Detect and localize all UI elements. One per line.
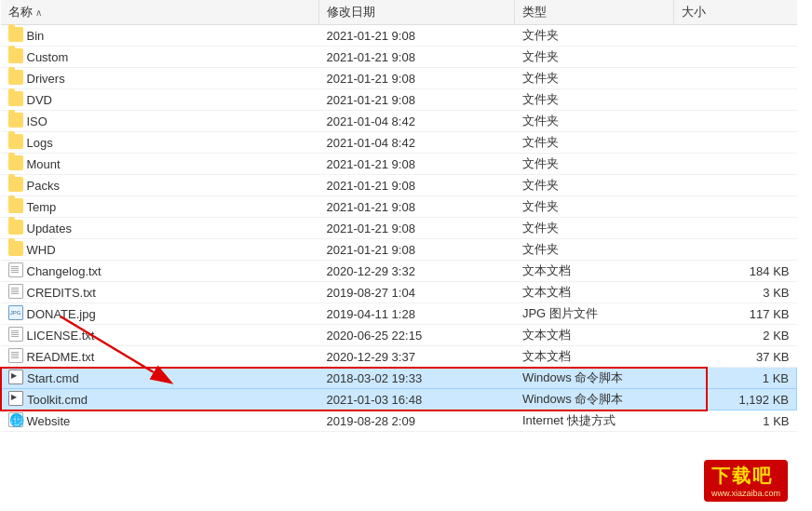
file-name: ISO bbox=[27, 114, 47, 128]
table-row[interactable]: DVD 2021-01-21 9:08 文件夹 bbox=[1, 89, 797, 111]
file-icon bbox=[8, 262, 23, 277]
file-name-cell: Drivers bbox=[1, 68, 319, 89]
file-date-cell: 2021-01-21 9:08 bbox=[319, 154, 515, 175]
file-name: Website bbox=[27, 414, 71, 428]
file-name: Toolkit.cmd bbox=[27, 393, 88, 407]
file-type-cell: 文件夹 bbox=[515, 132, 674, 154]
file-size-cell bbox=[674, 175, 797, 196]
table-row[interactable]: WHD 2021-01-21 9:08 文件夹 bbox=[1, 239, 797, 261]
file-size-cell: 3 KB bbox=[674, 282, 797, 303]
file-name: Logs bbox=[27, 136, 53, 150]
watermark-badge: 下载吧 www.xiazaiba.com bbox=[704, 460, 788, 502]
table-row[interactable]: Drivers 2021-01-21 9:08 文件夹 bbox=[1, 68, 797, 89]
file-name: LICENSE.txt bbox=[27, 329, 95, 343]
file-name-cell: Bin bbox=[1, 25, 319, 47]
table-row[interactable]: ISO 2021-01-04 8:42 文件夹 bbox=[1, 111, 797, 132]
table-row[interactable]: CREDITS.txt 2019-08-27 1:04 文本文档 3 KB bbox=[1, 282, 797, 303]
file-size-cell bbox=[674, 239, 797, 261]
table-row[interactable]: Mount 2021-01-21 9:08 文件夹 bbox=[1, 154, 797, 175]
file-date-cell: 2021-01-04 8:42 bbox=[319, 111, 515, 132]
table-row[interactable]: Temp 2021-01-21 9:08 文件夹 bbox=[1, 196, 797, 218]
file-size-cell bbox=[674, 218, 797, 239]
file-date-cell: 2021-01-21 9:08 bbox=[319, 239, 515, 261]
file-name: Packs bbox=[27, 179, 60, 193]
type-header-label: 类型 bbox=[522, 5, 547, 19]
file-name-cell: Temp bbox=[1, 196, 319, 218]
file-icon bbox=[8, 327, 23, 342]
file-type-cell: JPG 图片文件 bbox=[515, 303, 674, 325]
file-name: Bin bbox=[27, 29, 45, 43]
file-size-cell: 1 KB bbox=[674, 368, 797, 389]
table-row[interactable]: Packs 2021-01-21 9:08 文件夹 bbox=[1, 175, 797, 196]
file-type-cell: 文件夹 bbox=[515, 111, 674, 132]
file-size-cell bbox=[674, 68, 797, 89]
file-date-cell: 2018-03-02 19:33 bbox=[319, 368, 515, 389]
file-size-cell bbox=[674, 132, 797, 154]
file-type-cell: Internet 快捷方式 bbox=[515, 410, 674, 432]
table-header[interactable]: 名称 ∧ 修改日期 类型 大小 bbox=[1, 0, 797, 25]
folder-icon bbox=[8, 134, 23, 149]
file-name: Mount bbox=[27, 157, 61, 171]
table-row[interactable]: README.txt 2020-12-29 3:37 文本文档 37 KB bbox=[1, 346, 797, 368]
file-date-cell: 2021-01-21 9:08 bbox=[319, 218, 515, 239]
file-name-cell: 🌐 Website bbox=[1, 410, 319, 432]
folder-icon bbox=[8, 27, 23, 42]
sort-arrow: ∧ bbox=[35, 7, 42, 18]
file-name-cell: README.txt bbox=[1, 346, 319, 368]
table-row[interactable]: Start.cmd 2018-03-02 19:33 Windows 命令脚本 … bbox=[1, 368, 797, 389]
size-header-label: 大小 bbox=[682, 5, 706, 19]
url-icon: 🌐 bbox=[8, 412, 23, 427]
file-icon bbox=[8, 284, 23, 299]
table-row[interactable]: Updates 2021-01-21 9:08 文件夹 bbox=[1, 218, 797, 239]
file-name-cell: JPG DONATE.jpg bbox=[1, 303, 319, 325]
file-name: Changelog.txt bbox=[27, 264, 102, 278]
file-date-cell: 2020-12-29 3:32 bbox=[319, 261, 515, 282]
file-type-cell: 文本文档 bbox=[515, 282, 674, 303]
file-name-cell: ISO bbox=[1, 111, 319, 132]
table-row[interactable]: Bin 2021-01-21 9:08 文件夹 bbox=[1, 25, 797, 47]
table-row[interactable]: 🌐 Website 2019-08-28 2:09 Internet 快捷方式 … bbox=[1, 410, 797, 432]
table-row[interactable]: Changelog.txt 2020-12-29 3:32 文本文档 184 K… bbox=[1, 261, 797, 282]
file-name-cell: DVD bbox=[1, 89, 319, 111]
file-name: CREDITS.txt bbox=[27, 286, 96, 300]
file-name: Drivers bbox=[27, 72, 65, 86]
file-name: Temp bbox=[27, 200, 57, 214]
file-name: Updates bbox=[27, 222, 72, 235]
file-date-cell: 2019-08-27 1:04 bbox=[319, 282, 515, 303]
folder-icon bbox=[8, 70, 23, 85]
watermark-url: www.xiazaiba.com bbox=[711, 489, 780, 498]
file-type-cell: 文件夹 bbox=[515, 25, 674, 47]
file-name-cell: CREDITS.txt bbox=[1, 282, 319, 303]
file-size-cell bbox=[674, 89, 797, 111]
col-name-header[interactable]: 名称 ∧ bbox=[1, 0, 319, 25]
file-type-cell: 文件夹 bbox=[515, 196, 674, 218]
file-date-cell: 2019-08-28 2:09 bbox=[319, 410, 515, 432]
file-date-cell: 2021-01-04 8:42 bbox=[319, 132, 515, 154]
file-type-cell: 文件夹 bbox=[515, 47, 674, 68]
table-row[interactable]: Logs 2021-01-04 8:42 文件夹 bbox=[1, 132, 797, 154]
file-size-cell bbox=[674, 25, 797, 47]
folder-icon bbox=[8, 177, 23, 192]
col-type-header[interactable]: 类型 bbox=[515, 0, 674, 25]
file-name: Start.cmd bbox=[27, 371, 79, 385]
file-type-cell: 文件夹 bbox=[515, 68, 674, 89]
file-name-cell: Toolkit.cmd bbox=[1, 389, 319, 410]
file-size-cell: 37 KB bbox=[674, 346, 797, 368]
file-name: Custom bbox=[27, 50, 69, 64]
file-date-cell: 2020-12-29 3:37 bbox=[319, 346, 515, 368]
file-size-cell: 117 KB bbox=[674, 303, 797, 325]
table-row[interactable]: JPG DONATE.jpg 2019-04-11 1:28 JPG 图片文件 … bbox=[1, 303, 797, 325]
file-size-cell bbox=[674, 111, 797, 132]
file-name-cell: Updates bbox=[1, 218, 319, 239]
watermark-text: 下载吧 bbox=[711, 464, 780, 489]
file-name: DONATE.jpg bbox=[27, 307, 96, 321]
table-row[interactable]: Custom 2021-01-21 9:08 文件夹 bbox=[1, 47, 797, 68]
table-row[interactable]: Toolkit.cmd 2021-01-03 16:48 Windows 命令脚… bbox=[1, 389, 797, 410]
col-date-header[interactable]: 修改日期 bbox=[319, 0, 515, 25]
file-date-cell: 2021-01-21 9:08 bbox=[319, 196, 515, 218]
file-icon bbox=[8, 348, 23, 363]
col-size-header[interactable]: 大小 bbox=[674, 0, 797, 25]
file-type-cell: 文件夹 bbox=[515, 175, 674, 196]
file-date-cell: 2019-04-11 1:28 bbox=[319, 303, 515, 325]
table-row[interactable]: LICENSE.txt 2020-06-25 22:15 文本文档 2 KB bbox=[1, 325, 797, 346]
